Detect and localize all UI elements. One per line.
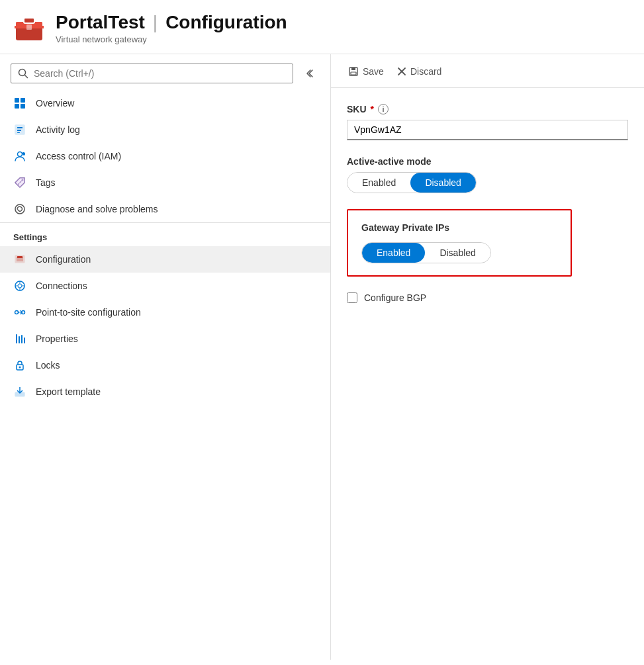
sidebar: Overview Activity log: [0, 54, 331, 660]
active-active-disabled-button[interactable]: Disabled: [410, 173, 475, 193]
export-template-label: Export template: [36, 386, 101, 397]
sidebar-item-tags[interactable]: Tags: [0, 169, 330, 196]
svg-rect-7: [15, 98, 19, 103]
svg-rect-14: [17, 132, 20, 133]
resource-type: Virtual network gateway: [56, 34, 287, 44]
configure-bgp-row: Configure BGP: [347, 292, 628, 303]
locks-label: Locks: [36, 360, 60, 371]
resource-name: PortalTest: [56, 12, 145, 33]
active-active-enabled-button[interactable]: Enabled: [347, 173, 410, 193]
iam-icon: +: [13, 150, 26, 163]
main-layout: Overview Activity log: [0, 54, 644, 660]
sku-input[interactable]: [347, 120, 628, 140]
page-header: PortalTest | Configuration Virtual netwo…: [0, 0, 644, 54]
sidebar-item-diagnose[interactable]: Diagnose and solve problems: [0, 196, 330, 222]
collapse-sidebar-button[interactable]: [299, 66, 320, 81]
svg-rect-36: [19, 336, 20, 343]
diagnose-icon: [13, 202, 26, 216]
configure-bgp-checkbox[interactable]: [347, 292, 357, 303]
overview-label: Overview: [36, 98, 74, 109]
sidebar-item-access-control[interactable]: + Access control (IAM): [0, 143, 330, 169]
svg-point-40: [19, 367, 21, 369]
discard-icon: [397, 67, 406, 76]
form-area: SKU * i Active-active mode Enabled Disab…: [331, 88, 644, 335]
properties-label: Properties: [36, 333, 78, 344]
sidebar-item-connections[interactable]: Connections: [0, 273, 330, 299]
svg-rect-13: [17, 130, 21, 131]
p2s-label: Point-to-site configuration: [36, 307, 141, 318]
header-title-block: PortalTest | Configuration Virtual netwo…: [56, 12, 287, 44]
svg-point-27: [18, 284, 22, 288]
sku-info-icon[interactable]: i: [378, 104, 389, 114]
svg-line-6: [25, 75, 28, 78]
gateway-private-ips-toggle: Enabled Disabled: [361, 242, 491, 263]
sku-label-text: SKU: [347, 104, 367, 114]
required-star: *: [371, 104, 374, 114]
svg-rect-38: [24, 337, 25, 343]
access-control-label: Access control (IAM): [36, 151, 121, 161]
discard-button[interactable]: Discard: [396, 64, 443, 79]
sidebar-nav: Overview Activity log: [0, 90, 330, 660]
sidebar-item-export-template[interactable]: Export template: [0, 378, 330, 405]
config-icon: [13, 253, 26, 266]
svg-rect-8: [21, 98, 25, 103]
config-title: Configuration: [165, 12, 287, 33]
sidebar-item-locks[interactable]: Locks: [0, 352, 330, 378]
sidebar-item-configuration[interactable]: Configuration: [0, 246, 330, 273]
svg-rect-12: [17, 127, 23, 128]
sidebar-item-overview[interactable]: Overview: [0, 90, 330, 116]
sidebar-item-activity-log[interactable]: Activity log: [0, 116, 330, 143]
tags-label: Tags: [36, 177, 56, 188]
configuration-label: Configuration: [36, 254, 91, 265]
sidebar-item-properties[interactable]: Properties: [0, 326, 330, 352]
svg-rect-4: [26, 24, 32, 30]
p2s-icon: [13, 306, 26, 319]
settings-section-label: Settings: [0, 222, 330, 246]
gateway-enabled-button[interactable]: Enabled: [362, 243, 425, 263]
gateway-private-ips-section: Gateway Private IPs Enabled Disabled: [347, 209, 572, 277]
svg-point-32: [15, 311, 19, 314]
svg-rect-44: [351, 67, 355, 70]
active-active-toggle: Enabled Disabled: [347, 172, 477, 193]
svg-rect-10: [21, 104, 25, 109]
save-button[interactable]: Save: [347, 64, 385, 79]
export-icon: [13, 385, 26, 398]
configure-bgp-group: Configure BGP: [347, 292, 628, 303]
active-active-group: Active-active mode Enabled Disabled: [347, 156, 628, 193]
gateway-disabled-button[interactable]: Disabled: [425, 243, 490, 263]
active-active-label: Active-active mode: [347, 156, 628, 167]
sidebar-item-point-to-site[interactable]: Point-to-site configuration: [0, 299, 330, 326]
locks-icon: [13, 359, 26, 372]
main-content: Save Discard SKU * i: [331, 54, 644, 660]
tags-icon: [13, 176, 26, 189]
overview-icon: [13, 97, 26, 110]
svg-rect-37: [21, 335, 23, 343]
svg-rect-35: [16, 334, 17, 343]
svg-rect-9: [15, 104, 19, 109]
properties-icon: [13, 332, 26, 345]
page-title: PortalTest | Configuration: [56, 12, 287, 33]
activity-log-label: Activity log: [36, 124, 80, 135]
configure-bgp-label[interactable]: Configure BGP: [364, 292, 426, 303]
search-input[interactable]: [34, 68, 286, 79]
save-icon: [348, 66, 359, 77]
title-separator: |: [153, 12, 158, 33]
gateway-private-ips-label: Gateway Private IPs: [361, 222, 557, 233]
activity-log-icon: [13, 123, 26, 136]
svg-point-15: [18, 152, 23, 157]
sku-group: SKU * i: [347, 104, 628, 140]
connections-label: Connections: [36, 281, 87, 291]
connections-icon: [13, 279, 26, 292]
svg-rect-2: [24, 18, 34, 23]
svg-rect-45: [351, 72, 356, 75]
search-bar: [0, 54, 330, 90]
svg-point-22: [15, 204, 24, 214]
svg-rect-25: [17, 256, 23, 258]
search-input-wrap[interactable]: [11, 64, 293, 83]
save-label: Save: [363, 66, 384, 77]
sku-label: SKU * i: [347, 104, 628, 114]
search-icon: [18, 68, 28, 79]
discard-label: Discard: [410, 66, 441, 77]
toolbar: Save Discard: [331, 54, 644, 88]
diagnose-label: Diagnose and solve problems: [36, 204, 158, 214]
